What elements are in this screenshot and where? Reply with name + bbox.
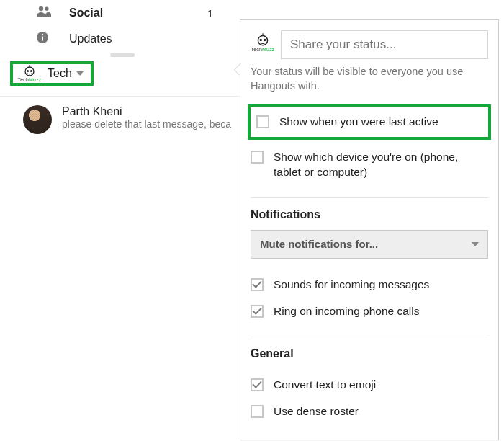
nav-item-updates[interactable]: Updates <box>0 26 245 52</box>
section-title-notifications: Notifications <box>240 198 498 226</box>
svg-point-1 <box>45 7 48 11</box>
checkbox[interactable] <box>251 151 264 164</box>
people-icon <box>36 6 52 20</box>
settings-popover: TechMuzz Your status will be visible to … <box>240 19 499 440</box>
visibility-options: Show when you were last active Show whic… <box>240 93 498 187</box>
option-label: Convert text to emoji <box>274 378 376 393</box>
svg-point-12 <box>264 39 266 42</box>
account-switcher[interactable]: TechMuzz Tech <box>10 61 94 86</box>
svg-point-11 <box>259 39 262 42</box>
option-label: Sounds for incoming messages <box>274 277 429 293</box>
notification-options: Sounds for incoming messages Ring on inc… <box>240 264 498 326</box>
nav-item-social[interactable]: Social 1 <box>0 0 245 26</box>
conversation-name: Parth Kheni <box>62 105 231 118</box>
checkbox[interactable] <box>251 278 264 291</box>
svg-point-0 <box>39 6 43 11</box>
techmuzz-logo-icon: TechMuzz <box>17 61 42 86</box>
status-hint: Your status will be visible to everyone … <box>240 65 498 93</box>
avatar <box>23 105 52 134</box>
option-label: Ring on incoming phone calls <box>274 304 419 319</box>
chevron-down-icon <box>76 71 84 76</box>
option-last-active[interactable]: Show when you were last active <box>248 104 491 140</box>
drag-handle-icon[interactable] <box>110 53 135 57</box>
svg-point-7 <box>27 70 29 72</box>
checkbox[interactable] <box>251 305 264 318</box>
checkbox[interactable] <box>251 378 264 391</box>
checkbox[interactable] <box>251 405 264 418</box>
option-sounds-incoming[interactable]: Sounds for incoming messages <box>251 272 488 298</box>
left-sidebar: Social 1 Updates TechMuzz Tech Parth Khe… <box>0 0 245 134</box>
chevron-down-icon <box>472 242 479 246</box>
conversation-text: Parth Kheni please delete that last mess… <box>62 105 231 134</box>
nav-label: Updates <box>69 32 112 45</box>
general-options: Convert text to emoji Use dense roster <box>240 365 498 427</box>
select-label: Mute notifications for... <box>260 238 378 250</box>
conversation-item[interactable]: Parth Kheni please delete that last mess… <box>0 97 245 134</box>
option-convert-emoji[interactable]: Convert text to emoji <box>251 372 488 398</box>
option-label: Show which device you're on (phone, tabl… <box>274 150 488 180</box>
account-name: Tech <box>48 67 72 80</box>
popover-header: TechMuzz <box>240 20 498 65</box>
svg-rect-3 <box>42 37 43 41</box>
mute-notifications-select[interactable]: Mute notifications for... <box>251 230 488 259</box>
option-dense-roster[interactable]: Use dense roster <box>251 398 488 425</box>
option-label: Show when you were last active <box>279 115 438 130</box>
techmuzz-logo-icon: TechMuzz <box>251 30 275 55</box>
nav-count-badge: 1 <box>207 7 213 19</box>
svg-point-8 <box>30 70 32 72</box>
brand-text: TechMuzz <box>17 77 41 82</box>
nav-label: Social <box>69 6 103 19</box>
conversation-preview: please delete that last message, beca <box>62 118 231 130</box>
option-label: Use dense roster <box>274 404 359 419</box>
checkbox[interactable] <box>256 115 269 128</box>
info-icon <box>36 31 49 47</box>
svg-point-4 <box>42 34 43 35</box>
option-ring-calls[interactable]: Ring on incoming phone calls <box>251 298 488 325</box>
section-title-general: General <box>240 337 498 365</box>
option-show-device[interactable]: Show which device you're on (phone, tabl… <box>251 144 488 186</box>
status-input[interactable] <box>281 30 488 59</box>
brand-text: TechMuzz <box>251 47 274 52</box>
